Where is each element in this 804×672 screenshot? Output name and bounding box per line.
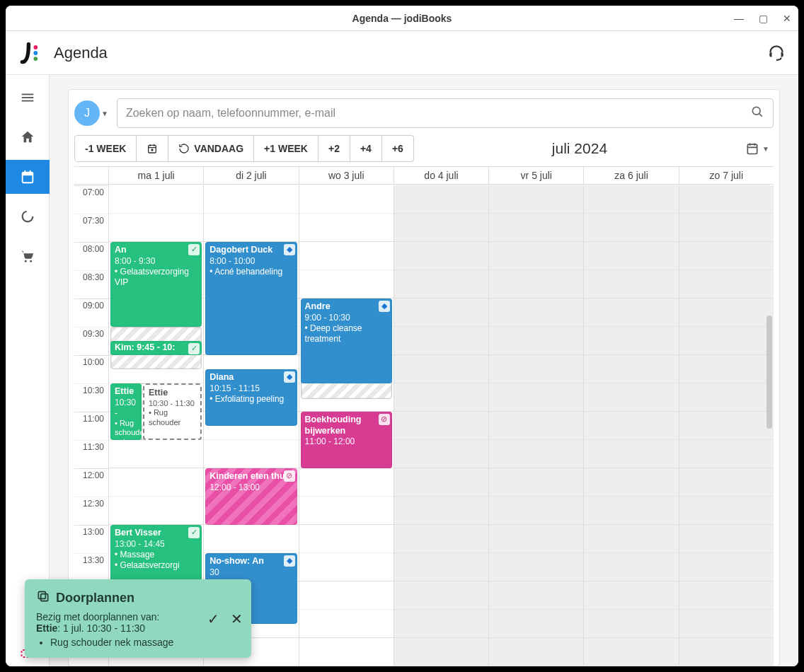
time-label: 12:30 xyxy=(74,497,108,525)
menu-toggle[interactable] xyxy=(6,81,50,115)
cancel-button[interactable]: ✕ xyxy=(231,610,243,627)
calendar-toolbar: -1 WEEK VANDAAG +1 WEEK +2 +4 +6 ju xyxy=(74,135,774,166)
prev-week-button[interactable]: -1 WEEK xyxy=(74,135,137,162)
avatar: J xyxy=(74,100,100,126)
popover-title: Doorplannen xyxy=(56,591,134,606)
date-picker-button[interactable] xyxy=(137,135,168,162)
svg-rect-7 xyxy=(22,173,33,176)
page-title: Agenda xyxy=(54,44,108,62)
window-title: Agenda — jodiBooks xyxy=(352,13,452,24)
nav-progress[interactable] xyxy=(6,199,50,233)
day-header[interactable]: ma 1 juli xyxy=(108,167,203,184)
svg-rect-26 xyxy=(38,591,45,598)
event-kim[interactable]: ✓ Kim: 9:45 - 10: xyxy=(110,341,202,355)
event-diana[interactable]: ◆ Diana 10:15 - 11:15 • Exfoliating peel… xyxy=(205,369,297,426)
check-icon: ✓ xyxy=(188,527,200,538)
event-ettie[interactable]: Ettie 10:30 - • Rug schouder nek massa xyxy=(110,383,142,440)
service-icon: ◆ xyxy=(284,555,295,567)
user-picker[interactable]: J ▼ xyxy=(74,100,108,126)
plus4-button[interactable]: +4 xyxy=(350,135,382,162)
time-label: 09:00 xyxy=(74,299,108,327)
titlebar: Agenda — jodiBooks — ▢ ✕ xyxy=(6,6,798,31)
time-label: 13:00 xyxy=(74,525,108,553)
view-picker[interactable]: ▼ xyxy=(745,141,774,156)
support-icon[interactable] xyxy=(767,43,787,63)
block-icon: ⊘ xyxy=(379,414,390,425)
service-icon: ◆ xyxy=(284,244,295,255)
time-label: 11:00 xyxy=(74,412,108,440)
app-header: Agenda xyxy=(6,31,798,75)
block-icon: ⊘ xyxy=(284,470,295,482)
svg-rect-8 xyxy=(24,170,25,174)
service-icon: ◆ xyxy=(284,371,295,383)
confirm-button[interactable]: ✓ xyxy=(207,610,219,627)
svg-line-14 xyxy=(759,114,762,117)
app-body: J ▼ -1 WEEK xyxy=(6,75,798,666)
plus2-button[interactable]: +2 xyxy=(318,135,350,162)
svg-point-10 xyxy=(22,212,33,222)
day-header[interactable]: wo 3 juli xyxy=(299,167,394,184)
time-label: 08:00 xyxy=(74,242,108,270)
time-label: 07:00 xyxy=(74,185,108,214)
svg-point-2 xyxy=(33,57,38,61)
close-button[interactable]: ✕ xyxy=(781,13,793,24)
month-label: juli 2024 xyxy=(414,140,745,157)
svg-rect-3 xyxy=(21,94,33,95)
day-header-row: ma 1 juli di 2 juli wo 3 juli do 4 juli … xyxy=(74,167,774,185)
search-icon[interactable] xyxy=(750,105,764,122)
plus6-button[interactable]: +6 xyxy=(382,135,414,162)
scrollbar-thumb[interactable] xyxy=(766,315,772,429)
main-area: J ▼ -1 WEEK xyxy=(50,75,798,666)
svg-rect-25 xyxy=(41,594,48,601)
maximize-button[interactable]: ▢ xyxy=(757,13,769,24)
time-label: 08:30 xyxy=(74,270,108,299)
time-label: 10:00 xyxy=(74,355,108,383)
service-icon: ◆ xyxy=(379,301,390,312)
svg-point-1 xyxy=(33,51,38,55)
svg-point-12 xyxy=(30,260,32,262)
day-header[interactable]: za 6 juli xyxy=(583,167,678,184)
search-field-wrapper[interactable] xyxy=(117,98,774,128)
event-ettie-ghost[interactable]: Ettie 10:30 - 11:30 • Rug schouder xyxy=(143,383,202,440)
popover-service: Rug schouder nek massage xyxy=(50,637,240,648)
day-header[interactable]: do 4 juli xyxy=(394,167,488,184)
svg-rect-20 xyxy=(747,144,757,153)
day-header-gutter xyxy=(74,167,108,184)
event-an[interactable]: ✓ An 8:00 - 9:30 • Gelaatsverzorging VIP xyxy=(110,242,202,327)
event-andre[interactable]: ◆ Andre 9:00 - 10:30 • Deep cleanse trea… xyxy=(301,299,392,383)
event-dagobert[interactable]: ◆ Dagobert Duck 8:00 - 10:00 • Acné beha… xyxy=(205,242,297,355)
copy-icon xyxy=(36,589,50,607)
nav-cart[interactable] xyxy=(6,239,50,273)
day-header[interactable]: zo 7 juli xyxy=(679,167,774,184)
day-column-sun[interactable] xyxy=(679,185,774,666)
time-label: 11:30 xyxy=(74,440,108,468)
window-controls: — ▢ ✕ xyxy=(733,13,793,24)
search-row: J ▼ xyxy=(74,95,774,135)
search-input[interactable] xyxy=(126,107,750,120)
day-header[interactable]: vr 5 juli xyxy=(488,167,583,184)
time-label: 12:00 xyxy=(74,468,108,497)
svg-rect-9 xyxy=(29,170,30,174)
chevron-down-icon: ▼ xyxy=(101,110,108,117)
event-boekhouding[interactable]: ⊘ Boekhouding bijwerken 11:00 - 12:00 xyxy=(301,412,392,468)
svg-point-0 xyxy=(33,45,38,50)
day-column-thu[interactable] xyxy=(394,185,488,666)
day-column-sat[interactable] xyxy=(583,185,678,666)
day-header[interactable]: di 2 juli xyxy=(203,167,298,184)
day-column-fri[interactable] xyxy=(488,185,583,666)
svg-point-11 xyxy=(24,260,26,262)
side-nav xyxy=(6,75,50,666)
reschedule-popover: Doorplannen ✓ ✕ Bezig met doorplannen va… xyxy=(25,579,251,658)
svg-point-13 xyxy=(752,107,760,115)
svg-rect-4 xyxy=(21,97,33,98)
event-kinderen[interactable]: ⊘ Kinderen eten thuis 12:00 - 13:00 xyxy=(205,468,297,525)
svg-point-19 xyxy=(151,149,153,151)
nav-agenda[interactable] xyxy=(6,160,50,194)
time-label: 13:30 xyxy=(74,553,108,581)
nav-home[interactable] xyxy=(6,120,50,154)
next-week-button[interactable]: +1 WEEK xyxy=(254,135,318,162)
today-button[interactable]: VANDAAG xyxy=(168,135,254,162)
app-logo xyxy=(17,39,45,67)
day-column-wed[interactable]: ◆ Andre 9:00 - 10:30 • Deep cleanse trea… xyxy=(299,185,394,666)
minimize-button[interactable]: — xyxy=(733,13,745,24)
